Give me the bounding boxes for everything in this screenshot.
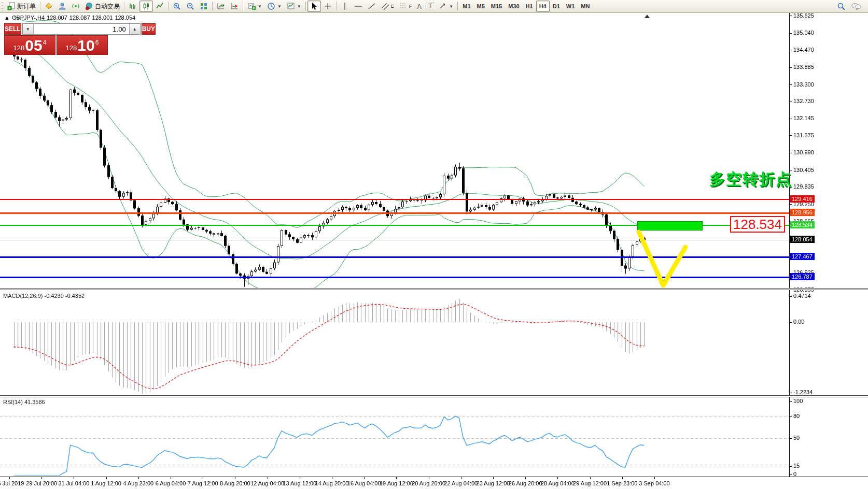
timeframe-label: M30 (508, 3, 519, 9)
price-badge: 128.534 (790, 221, 815, 228)
tile-windows-button[interactable] (197, 1, 211, 12)
separator (336, 2, 337, 11)
signal-icon (72, 2, 80, 10)
sell-button[interactable]: SELL (4, 23, 21, 35)
periods-button[interactable]: ▼ (264, 1, 284, 12)
zoom-out-button[interactable] (184, 1, 197, 12)
buy-label: BUY (142, 25, 155, 33)
trendline-tool-button[interactable] (365, 1, 379, 12)
auto-trading-label: 自动交易 (95, 2, 120, 11)
profiles-button[interactable] (55, 1, 69, 12)
symbol-name: GBPJPY-,H4 (12, 15, 45, 21)
rsi-label: RSI(14) 41.3586 (3, 399, 45, 405)
signal-button[interactable] (69, 1, 82, 12)
turning-point-annotation[interactable]: 多空转折点 (709, 169, 792, 190)
buy-button[interactable]: BUY (142, 23, 156, 35)
cursor-tool-button[interactable] (307, 1, 321, 12)
indicators-button[interactable]: ▼ (245, 1, 264, 12)
price-horizontal-line[interactable] (0, 199, 789, 200)
sell-label: SELL (5, 25, 21, 33)
trendline-icon (368, 2, 376, 10)
line-chart-icon (156, 2, 164, 10)
macd-pane-separator[interactable] (0, 288, 868, 290)
price-tick-label: 133.885 (793, 64, 814, 70)
rsi-tick-label: 15 (793, 463, 800, 469)
template-icon (287, 2, 295, 10)
price-tick-mark (790, 135, 792, 136)
new-order-button[interactable]: 新订单 (5, 1, 38, 12)
timeframe-mn-button[interactable]: MN (578, 1, 593, 12)
price-badge: 129.416 (790, 195, 815, 203)
rsi-tick-mark (790, 438, 792, 439)
clock-icon (267, 2, 275, 10)
chart-shift-icon (230, 2, 239, 10)
rsi-pane-separator[interactable] (0, 395, 868, 397)
vline-tool-button[interactable] (338, 1, 352, 12)
volume-decrease-button[interactable]: ▼ (23, 24, 34, 34)
templates-button[interactable]: ▼ (284, 1, 304, 12)
chart-canvas[interactable] (0, 0, 868, 489)
arrows-tool-button[interactable]: ▼ (436, 1, 456, 12)
timeframe-d1-button[interactable]: D1 (550, 1, 563, 12)
timeframe-label: H1 (526, 3, 533, 9)
line-chart-button[interactable] (153, 1, 166, 12)
time-axis-border (0, 477, 868, 477)
volume-input[interactable] (34, 24, 129, 34)
timeframe-label: MN (581, 3, 590, 9)
up-arrow-icon: ▲ (133, 27, 137, 32)
zoom-out-icon (186, 2, 194, 10)
auto-scroll-button[interactable] (214, 1, 228, 12)
metaeditor-button[interactable] (42, 1, 55, 12)
fibonacci-icon (399, 2, 408, 10)
candlestick-chart-button[interactable] (139, 1, 153, 12)
label-tool-button[interactable]: T (424, 1, 436, 12)
auto-trading-icon (85, 2, 93, 10)
macd-tick-label: -1.2234 (793, 389, 813, 395)
chart-shift-button[interactable] (228, 1, 241, 12)
sell-price-button[interactable]: 128 05 4 (4, 35, 55, 55)
text-tool-button[interactable]: A (414, 1, 424, 12)
one-click-trading-panel: SELL ▼ ▲ BUY 128 05 4 128 10 6 (4, 23, 108, 55)
auto-trading-button[interactable]: 自动交易 (82, 1, 122, 12)
crosshair-tool-button[interactable] (321, 1, 334, 12)
dropdown-caret: ▼ (258, 4, 262, 9)
macd-tick-mark (790, 322, 792, 323)
timeframe-m30-button[interactable]: M30 (505, 1, 522, 12)
sell-price-sup: 4 (43, 37, 47, 46)
horizontal-line-icon (354, 2, 362, 10)
rsi-tick-mark (790, 474, 792, 475)
separator (168, 2, 169, 11)
price-horizontal-line[interactable] (0, 212, 789, 214)
chat-button[interactable] (848, 1, 864, 12)
timeframe-h4-button[interactable]: H4 (536, 1, 550, 12)
rsi-tick-mark (790, 466, 792, 467)
indicators-add-icon (247, 2, 256, 10)
timeframe-m1-button[interactable]: M1 (459, 1, 473, 12)
rsi-tick-label: 50 (793, 435, 800, 441)
macd-tick-mark (790, 296, 792, 297)
chart-shift-marker[interactable] (645, 15, 650, 18)
toolbar-grip (1, 2, 4, 10)
bar-chart-button[interactable] (126, 1, 139, 12)
volume-increase-button[interactable]: ▲ (129, 24, 140, 34)
v-shape-annotation[interactable] (635, 228, 692, 291)
channel-tool-button[interactable]: E (379, 1, 397, 12)
timeframe-m15-button[interactable]: M15 (488, 1, 505, 12)
price-label-box[interactable]: 128.534 (730, 216, 785, 233)
zoom-in-icon (173, 2, 181, 10)
ohlc-high: 128.087 (69, 15, 90, 21)
zoom-in-button[interactable] (170, 1, 184, 12)
timeframe-m5-button[interactable]: M5 (474, 1, 488, 12)
search-button[interactable] (834, 1, 848, 12)
dropdown-caret: ▼ (297, 4, 301, 9)
timeframe-label: D1 (553, 3, 560, 9)
price-tick-mark (790, 84, 792, 85)
fibonacci-tool-button[interactable]: F (397, 1, 415, 12)
timeframe-label: W1 (566, 3, 575, 9)
timeframe-w1-button[interactable]: W1 (563, 1, 578, 12)
price-tick-mark (790, 16, 792, 16)
timeframe-h1-button[interactable]: H1 (523, 1, 536, 12)
buy-price-button[interactable]: 128 10 6 (57, 35, 108, 55)
ohlc-close: 128.054 (115, 15, 135, 21)
hline-tool-button[interactable] (352, 1, 365, 12)
